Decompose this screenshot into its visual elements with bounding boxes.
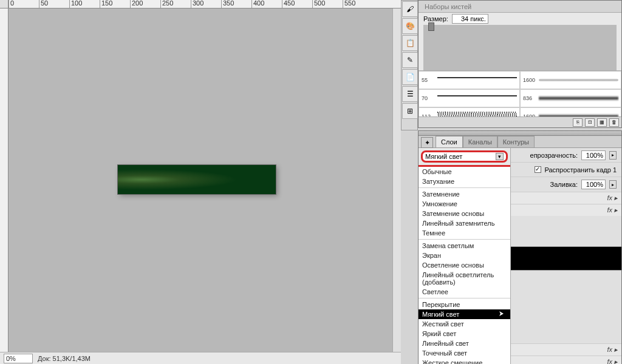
tool-button[interactable]: 📄 [402, 69, 418, 85]
ruler-vertical[interactable] [0, 8, 9, 352]
side-tool-column: 🖌🎨📋✎📄☰⊞ [401, 0, 418, 130]
blend-mode-option[interactable]: Жесткий свет [419, 319, 510, 329]
blend-mode-option[interactable]: Яркий свет [419, 329, 510, 339]
brush-preset[interactable]: 836 [520, 89, 621, 107]
layer-fx-row[interactable]: fx ▸ [511, 204, 621, 216]
separator [419, 239, 510, 240]
fill-flyout[interactable]: ▸ [609, 180, 617, 189]
panel-footer-button[interactable]: ⎘ [573, 118, 583, 127]
brush-stroke-preview [437, 95, 517, 106]
panel-icon[interactable]: ✦ [421, 137, 433, 148]
blend-mode-option[interactable]: Линейный затемнитель [419, 218, 510, 228]
tool-button[interactable]: 🖌 [402, 1, 418, 17]
document-canvas[interactable] [118, 165, 276, 194]
opacity-flyout[interactable]: ▸ [609, 151, 617, 160]
panel-footer-button[interactable]: ▦ [597, 118, 607, 127]
zoom-field[interactable]: 0% [4, 354, 33, 363]
brush-preset[interactable]: 1600 [520, 71, 621, 89]
brush-tab[interactable] [487, 2, 492, 11]
brush-stroke-preview [539, 76, 618, 84]
ruler-horizontal[interactable]: 050100150200250300350400450500550600 [9, 0, 401, 8]
brush-stroke-preview [539, 94, 618, 103]
brush-tab[interactable] [481, 2, 486, 11]
ruler-tick: 150 [100, 0, 130, 8]
blend-mode-list: ОбычныеЗатуханиеЗатемнениеУмножениеЗатем… [419, 165, 510, 364]
brush-size-number: 112 [422, 113, 435, 116]
blend-mode-option[interactable]: Темнее [419, 228, 510, 238]
blend-mode-option[interactable]: Перекрытие [419, 300, 510, 309]
brush-tab[interactable]: Наборы кистей [422, 2, 474, 11]
brush-preset[interactable]: 1600 [520, 107, 621, 116]
blend-mode-option[interactable]: Обычные [419, 167, 510, 177]
layer-fx-row[interactable]: fx ▸ [511, 192, 621, 204]
panel-tab[interactable]: Каналы [463, 136, 497, 147]
propagate-label: Распространить кадр 1 [545, 166, 617, 174]
doc-size-label: Док: 51,3K/1,43M [38, 355, 91, 362]
ruler-tick: 500 [312, 0, 343, 8]
blend-mode-option[interactable]: Линейный свет [419, 339, 510, 348]
opacity-label: епрозрачность: [530, 152, 578, 159]
ruler-tick: 400 [251, 0, 282, 8]
brush-size-input[interactable]: 34 пикс. [452, 14, 488, 24]
panel-footer-button[interactable]: 🗑 [609, 118, 619, 127]
separator [419, 187, 510, 188]
canvas-viewport[interactable] [9, 8, 392, 352]
blend-mode-option[interactable]: Осветление основы [419, 260, 510, 270]
panel-grip[interactable] [419, 131, 621, 136]
opacity-input[interactable]: 100% [581, 150, 606, 160]
panel-footer-button[interactable]: ⊡ [585, 118, 595, 127]
blend-mode-option[interactable]: Затемнение [419, 189, 510, 199]
blend-mode-option[interactable]: Светлее [419, 287, 510, 297]
brush-size-label: Размер: [423, 15, 448, 22]
blend-mode-dropdown[interactable]: Мягкий свет [421, 150, 508, 163]
tool-button[interactable]: 🎨 [402, 18, 418, 34]
panel-tab[interactable]: Слои [436, 136, 463, 147]
layer-fx-row[interactable]: fx ▸ [511, 343, 621, 356]
ruler-tick: 350 [221, 0, 251, 8]
brush-stroke-preview [437, 112, 517, 116]
blend-mode-option[interactable]: Точечный свет [419, 348, 510, 358]
brush-size-number: 70 [422, 95, 435, 101]
ruler-tick: 550 [343, 0, 373, 8]
status-bar: 0% Док: 51,3K/1,43M [0, 352, 401, 364]
brush-size-slider[interactable] [423, 25, 617, 70]
separator [419, 298, 510, 298]
brush-preset-grid: 551600708361121600134130074 [419, 70, 621, 116]
tool-button[interactable]: ✎ [402, 52, 418, 68]
brush-preset[interactable]: 55 [419, 71, 520, 89]
ruler-tick: 0 [9, 0, 39, 8]
fill-input[interactable]: 100% [581, 180, 606, 189]
brush-size-number: 836 [523, 95, 536, 101]
layer-fx-row[interactable]: fx ▸ [511, 356, 621, 364]
brush-stroke-preview [437, 77, 517, 88]
brush-preset[interactable]: 70 [419, 89, 520, 107]
blend-mode-option[interactable]: Затемнение основы [419, 209, 510, 218]
brush-size-number: 55 [422, 77, 435, 83]
ruler-tick: 300 [191, 0, 221, 8]
brush-size-number: 1600 [523, 113, 536, 116]
blend-mode-option[interactable]: Замена светлым [419, 241, 510, 251]
propagate-checkbox[interactable] [535, 166, 541, 173]
ruler-origin[interactable] [0, 0, 9, 8]
layer-thumbnail[interactable] [511, 246, 621, 271]
layers-panel-tabs: СлоиКаналыКонтуры [419, 136, 621, 148]
scrollbar-vertical[interactable] [392, 8, 401, 352]
blend-mode-option[interactable]: Умножение [419, 199, 510, 209]
brush-tab[interactable] [475, 2, 480, 11]
blend-mode-option[interactable]: Мягкий свет [419, 309, 510, 319]
blend-mode-option[interactable]: Линейный осветлитель (добавить) [419, 270, 510, 287]
brushes-panel: Наборы кистей Размер: 34 пикс. 551600708… [418, 0, 622, 128]
tool-button[interactable]: ⊞ [402, 103, 418, 119]
blend-mode-option[interactable]: Жесткое смешение [419, 358, 510, 364]
brush-stroke-preview [539, 112, 618, 116]
brush-size-number: 1600 [523, 77, 536, 83]
ruler-tick: 200 [130, 0, 160, 8]
brush-preset[interactable]: 112 [419, 107, 520, 116]
tool-button[interactable]: 📋 [402, 35, 418, 51]
tool-button[interactable]: ☰ [402, 86, 418, 102]
fill-label: Заливка: [550, 181, 578, 188]
ruler-tick: 50 [39, 0, 69, 8]
blend-mode-option[interactable]: Затухание [419, 177, 510, 186]
blend-mode-option[interactable]: Экран [419, 251, 510, 260]
panel-tab[interactable]: Контуры [497, 136, 535, 147]
